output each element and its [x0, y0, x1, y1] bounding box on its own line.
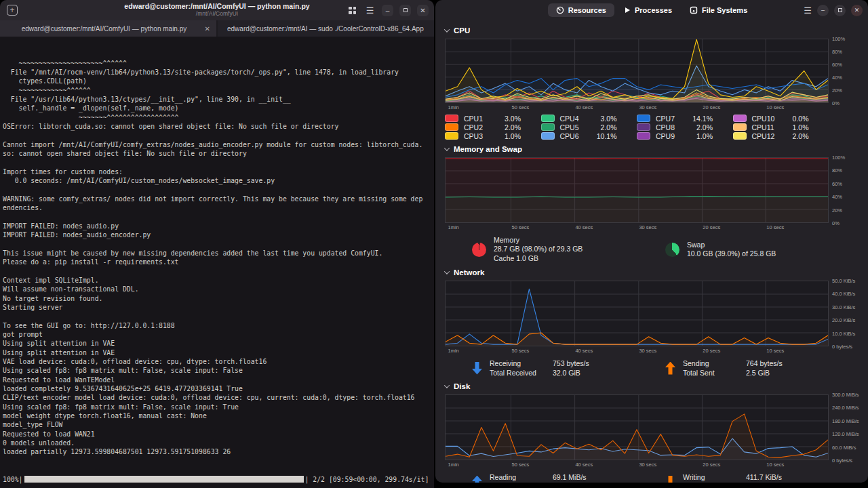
terminal-minimize-button[interactable]: – — [382, 5, 393, 16]
swap-pie-icon — [665, 243, 679, 257]
y-axis-label: 100% — [832, 36, 845, 42]
cpu-legend-item: CPU82.0% — [637, 123, 733, 131]
y-axis-label: 100% — [832, 155, 845, 161]
cpu-legend-label: CPU2 — [464, 123, 491, 131]
memory-label: Memory — [494, 236, 583, 245]
terminal-output-before-progress: ~~~~~~~~~~~~~~~~~~~~~^^^^^^ File "/mnt/A… — [3, 59, 433, 457]
maximize-icon — [838, 8, 842, 12]
y-axis-label: 60.0 MiB/s — [832, 444, 856, 450]
cpu-legend-label: CPU1 — [464, 115, 491, 123]
x-axis-label: 10 secs — [766, 104, 784, 110]
disk-chart: 300.0 MiB/s240.0 MiB/s180.0 MiB/s120.0 M… — [445, 394, 859, 470]
disk-section-title: Disk — [454, 382, 470, 390]
disk-legend: Reading 69.1 MiB/s Total Read 73.7 GiB W… — [445, 472, 859, 483]
network-section-header[interactable]: Network — [445, 268, 859, 277]
new-tab-button[interactable]: + — [7, 5, 18, 16]
terminal-tab-coolercontrol[interactable]: edward@customer:/mnt/AI — sudo ./CoolerC… — [218, 20, 434, 37]
y-axis-label: 30.0 KiB/s — [832, 304, 855, 310]
y-axis-label: 40.0 KiB/s — [832, 291, 855, 297]
play-icon — [624, 7, 631, 14]
tab-overview-button[interactable] — [347, 5, 358, 16]
terminal-menu-button[interactable]: ☰ — [364, 5, 376, 16]
y-axis-label: 60% — [832, 62, 842, 68]
progress-bar — [24, 476, 304, 483]
tab-label: Processes — [635, 6, 672, 14]
x-axis-label: 10 secs — [766, 462, 784, 468]
tab-close-icon[interactable]: ✕ — [205, 25, 210, 33]
terminal-maximize-button[interactable] — [399, 5, 411, 16]
x-axis-label: 1min — [448, 104, 459, 110]
cpu-legend-item: CPU714.1% — [637, 114, 733, 123]
x-axis-label: 30 secs — [639, 462, 656, 468]
receiving-rate: 753 bytes/s — [553, 359, 589, 368]
cpu-legend-value: 3.0% — [593, 115, 617, 123]
receiving-label: Receiving — [490, 359, 553, 368]
cpu-legend-value: 0.0% — [785, 115, 809, 123]
cpu-color-swatch — [733, 115, 747, 122]
cpu-section: CPU 100%80%60%40%20%0%1min50 secs40 secs… — [445, 26, 859, 140]
monitor-maximize-button[interactable] — [834, 5, 846, 16]
network-section-title: Network — [454, 268, 484, 277]
tab-label: File Systems — [702, 6, 747, 14]
speedometer-icon — [556, 6, 564, 14]
memory-section-header[interactable]: Memory and Swap — [445, 144, 859, 154]
cpu-legend-label: CPU11 — [752, 123, 779, 131]
cpu-color-swatch — [637, 123, 650, 131]
cpu-legend-value: 1.0% — [496, 132, 521, 140]
disk-section-header[interactable]: Disk — [445, 382, 859, 391]
terminal-output[interactable]: ~~~~~~~~~~~~~~~~~~~~~^^^^^^ File "/mnt/A… — [0, 37, 434, 488]
cpu-legend-label: CPU12 — [752, 132, 779, 140]
x-axis-label: 20 secs — [703, 462, 720, 468]
sending-legend-group: Sending 764 bytes/s Total Sent 2.5 GiB — [665, 359, 859, 378]
cpu-legend-item: CPU100.0% — [733, 114, 829, 123]
cpu-legend-item: CPU610.1% — [541, 131, 637, 140]
sending-rate: 764 bytes/s — [746, 359, 783, 368]
cpu-legend-value: 14.1% — [688, 115, 713, 123]
terminal-tab-comfyui[interactable]: edward@customer:/mnt/AI/ComfyUI — python… — [0, 20, 216, 37]
cpu-section-header[interactable]: CPU — [445, 26, 859, 35]
tab-resources[interactable]: Resources — [548, 3, 614, 17]
y-axis-label: 60% — [832, 180, 842, 186]
cpu-legend-item: CPU43.0% — [541, 114, 637, 123]
cpu-legend-value: 1.0% — [785, 123, 809, 131]
monitor-menu-button[interactable]: ☰ — [804, 6, 812, 15]
total-received-label: Total Received — [490, 368, 553, 378]
writing-legend-group: Writing 411.7 KiB/s Total Written 50.6 G… — [665, 472, 859, 483]
y-axis-label: 20% — [832, 207, 842, 213]
y-axis-label: 80% — [832, 167, 842, 174]
y-axis-label: 0% — [832, 100, 840, 106]
cpu-legend-label: CPU5 — [560, 123, 587, 131]
tab-processes[interactable]: Processes — [616, 3, 680, 17]
reading-label: Reading — [490, 472, 553, 482]
resources-view: CPU 100%80%60%40%20%0%1min50 secs40 secs… — [435, 20, 868, 483]
cpu-legend-item: CPU13.0% — [445, 114, 541, 123]
monitor-minimize-button[interactable]: – — [817, 5, 829, 16]
swap-usage: 10.0 GB (39.0%) of 25.8 GB — [687, 249, 776, 259]
y-axis-label: 20.0 KiB/s — [832, 317, 855, 323]
monitor-close-button[interactable]: ✕ — [851, 5, 863, 16]
x-axis-label: 30 secs — [639, 224, 656, 230]
cpu-chart: 100%80%60%40%20%0%1min50 secs40 secs30 s… — [445, 39, 859, 113]
terminal-close-button[interactable]: ✕ — [417, 5, 429, 16]
cpu-section-title: CPU — [454, 26, 470, 35]
tab-file-systems[interactable]: File Systems — [682, 3, 755, 17]
disk-section: Disk 300.0 MiB/s240.0 MiB/s180.0 MiB/s12… — [445, 382, 859, 483]
chevron-down-icon — [444, 26, 450, 32]
system-monitor-window: Resources Processes File Systems ☰ – ✕ — [435, 0, 868, 483]
y-axis-label: 180.0 MiB/s — [832, 418, 859, 424]
hamburger-menu-icon: ☰ — [366, 6, 374, 15]
cpu-legend-value: 2.0% — [688, 123, 713, 131]
reading-legend-group: Reading 69.1 MiB/s Total Read 73.7 GiB — [472, 472, 665, 483]
cpu-legend: CPU13.0%CPU22.0%CPU31.0%CPU43.0%CPU52.0%… — [445, 114, 829, 140]
progress-stats: | 2/2 [09:59<00:00, 299.74s/it] — [305, 475, 429, 484]
view-switcher: Resources Processes File Systems — [548, 3, 756, 17]
total-sent-label: Total Sent — [683, 368, 746, 378]
cpu-color-swatch — [637, 132, 650, 140]
y-axis-label: 120.0 MiB/s — [832, 431, 859, 437]
memory-legend-group: Memory 28.7 GB (98.0%) of 29.3 GB Cache … — [472, 236, 665, 264]
cpu-legend-item: CPU22.0% — [445, 123, 541, 131]
cpu-color-swatch — [445, 115, 458, 122]
cpu-color-swatch — [541, 115, 555, 122]
y-axis-label: 20% — [832, 87, 842, 94]
terminal-titlebar: + edward@customer:/mnt/AI/ComfyUI — pyth… — [0, 0, 434, 20]
